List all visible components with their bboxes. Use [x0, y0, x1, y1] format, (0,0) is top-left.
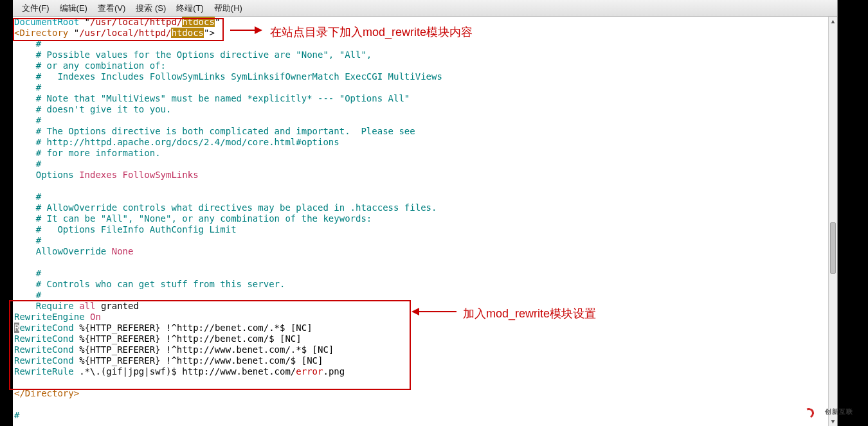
kw-rewriterule: RewriteRule	[14, 366, 74, 377]
comment: # It can be "All", "None", or any combin…	[14, 213, 372, 224]
path: /usr/local/httpd/	[79, 28, 171, 38]
kw-documentroot: DocumentRoot	[14, 17, 79, 27]
comment: #	[14, 191, 41, 202]
comment: #	[14, 39, 41, 49]
comment: # Possible values for the Options direct…	[14, 49, 372, 60]
kw-rewriteengine: RewriteEngine	[14, 312, 85, 322]
error-text: error	[296, 366, 323, 377]
highlight-htdocs: htdocs	[182, 17, 215, 27]
comment: # http://httpd.apache.org/docs/2.4/mod/c…	[14, 137, 339, 147]
comment: #	[14, 82, 41, 93]
kw-rewritecond: ewriteCond	[19, 323, 73, 333]
editor-viewport[interactable]: DocumentRoot "/usr/local/httpd/htdocs" <…	[13, 17, 828, 426]
menu-search[interactable]: 搜索 (S)	[131, 3, 171, 14]
kw-directory: <Directory	[14, 28, 68, 38]
annotation-text-bottom: 加入mod_rewrite模块设置	[463, 306, 596, 321]
comment: # The Options directive is both complica…	[14, 126, 415, 136]
comment: # or any combination of:	[14, 60, 166, 71]
menu-edit[interactable]: 编辑(E)	[55, 3, 93, 14]
allowoverride-value: None	[106, 246, 133, 256]
menu-view[interactable]: 查看(V)	[93, 3, 131, 14]
text: "	[68, 28, 79, 38]
comment: # for more information.	[14, 148, 161, 158]
require-all: all	[79, 301, 95, 311]
annotation-text-top: 在站点目录下加入mod_rewrite模块内容	[270, 24, 473, 40]
comment: #	[14, 235, 41, 245]
rewritecond-arg: %{HTTP_REFERER} !^http://www.benet.com/.…	[74, 344, 334, 355]
comment: # Controls who can get stuff from this s…	[14, 279, 285, 289]
rewritecond-arg: %{HTTP_REFERER} !^http://www.benet.com/$…	[74, 355, 323, 366]
require-granted: granted	[95, 301, 138, 311]
text: ">	[204, 28, 215, 38]
scroll-up-icon[interactable]: ▲	[829, 17, 837, 26]
kw-rewritecond: RewriteCond	[14, 355, 74, 366]
text: "	[215, 17, 220, 27]
text: "	[79, 17, 90, 27]
rewriteengine-on: On	[85, 312, 101, 322]
watermark-text: 创新互联	[825, 407, 853, 416]
annotation-arrow-top	[230, 30, 261, 31]
scroll-thumb[interactable]	[830, 222, 836, 274]
comment: # Note that "MultiViews" must be named *…	[14, 93, 410, 103]
menu-file[interactable]: 文件(F)	[17, 3, 55, 14]
watermark: 创新互联	[806, 402, 864, 422]
kw-require: Require	[14, 301, 79, 311]
comment: #	[14, 290, 41, 300]
options-values: Indexes FollowSymLinks	[74, 170, 199, 180]
kw-rewritecond: RewriteCond	[14, 333, 74, 344]
kw-rewritecond: RewriteCond	[14, 344, 74, 355]
terminal-window: 文件(F) 编辑(E) 查看(V) 搜索 (S) 终端(T) 帮助(H) Doc…	[13, 0, 838, 426]
kw-allowoverride: AllowOverride	[14, 246, 106, 256]
menubar: 文件(F) 编辑(E) 查看(V) 搜索 (S) 终端(T) 帮助(H)	[13, 0, 837, 17]
comment: #	[14, 268, 41, 278]
path: /usr/local/httpd/	[90, 17, 182, 27]
comment-hash: #	[14, 410, 19, 420]
comment: # doesn't give it to you.	[14, 104, 171, 114]
rewriterule-arg2: .png	[323, 366, 345, 377]
comment: # AllowOverride controls what directives…	[14, 202, 437, 213]
comment: #	[14, 115, 41, 125]
annotation-arrow-bottom	[413, 311, 457, 312]
close-directory: </Directory>	[14, 388, 79, 398]
comment: #	[14, 159, 41, 169]
rewritecond-arg: %{HTTP_REFERER} !^http://benet.com/$ [NC…	[74, 333, 302, 344]
menu-terminal[interactable]: 终端(T)	[171, 3, 209, 14]
rewriterule-arg: .*\.(gif|jpg|swf)$ http://www.benet.com/	[74, 366, 296, 377]
comment: # Options FileInfo AuthConfig Limit	[14, 224, 237, 235]
menu-help[interactable]: 帮助(H)	[209, 3, 248, 14]
rewritecond-arg: %{HTTP_REFERER} !^http://benet.com/.*$ […	[74, 323, 312, 333]
scrollbar[interactable]: ▲ ▼	[828, 17, 837, 426]
kw-options: Options	[14, 170, 74, 180]
highlight-htdocs: htdocs	[171, 28, 204, 38]
comment: # Indexes Includes FollowSymLinks SymLin…	[14, 71, 442, 82]
